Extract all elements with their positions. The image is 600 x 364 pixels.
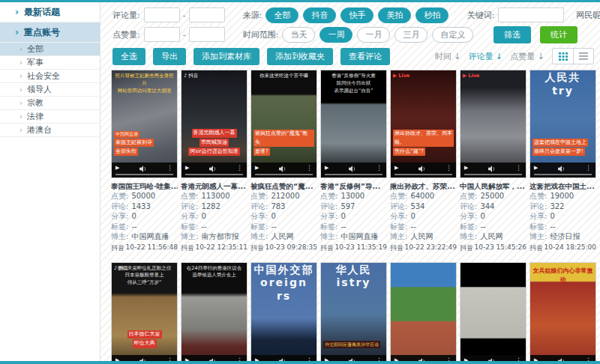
play-icon[interactable]: ▶ (394, 166, 398, 171)
sidebar-category[interactable]: › 社会安全 (0, 70, 100, 83)
video-thumbnail[interactable]: 人民共 try 这套把戏在中国土地上最终只会是黄粱一梦! ▶ ⋮ (530, 70, 596, 178)
blogger-label: 博主: (530, 231, 547, 242)
sidebar-category-label: 宗教 (27, 97, 44, 109)
video-title[interactable]: 这套把戏在中国土... (530, 182, 595, 192)
more-options-icon[interactable]: ⋮ (585, 165, 592, 172)
like-max-input[interactable] (189, 27, 225, 42)
grid-view-button[interactable] (553, 49, 573, 64)
time-range-pill[interactable]: 一周 (320, 27, 352, 43)
video-thumbnail[interactable]: 华人民 istry 外交部回应蓬佩奥涉华言论 ▶ ⋮ (320, 262, 387, 364)
time-range-pill[interactable]: 三月 (394, 27, 428, 43)
time-range-pill[interactable]: 自定义 (432, 27, 473, 43)
video-title[interactable]: 被疯狂点赞的“魔... (250, 182, 314, 192)
play-icon[interactable]: ▶ (464, 166, 468, 171)
tags-label: 标签: (530, 222, 547, 232)
like-min-input[interactable] (144, 27, 180, 42)
comment-min-input[interactable] (144, 7, 180, 22)
more-options-icon[interactable]: ⋮ (306, 165, 313, 172)
volume-icon[interactable] (140, 161, 147, 175)
toolbar-button[interactable]: 全选 (112, 48, 146, 65)
sidebar-category[interactable]: › 领导人 (0, 83, 100, 97)
video-thumbnail[interactable]: 你来这里吃这个苦干嘛 被疯狂点赞的“魔鬼”教头是谁? ▶ ⋮ (250, 70, 317, 178)
video-title[interactable]: 香港元朗感人一幕... (181, 182, 246, 192)
volume-icon[interactable] (209, 161, 217, 175)
publish-time: 10-22 23:22:49 (405, 243, 457, 253)
more-options-icon[interactable]: ⋮ (376, 165, 382, 172)
sidebar-category-label: 法律 (27, 111, 44, 122)
volume-icon[interactable] (279, 161, 286, 175)
source-pill[interactable]: 美拍 (378, 7, 411, 23)
video-title[interactable]: 泰国国王玛哈·哇集... (111, 182, 178, 192)
toolbar-button[interactable]: 查看评论 (340, 48, 390, 65)
filter-row-likes: 点赞量: - 时间范围: 当天 一周 一月 三月 自定义 筛选 统计 (112, 25, 596, 43)
video-thumbnail[interactable]: ▶ Live ▶ ⋮ (460, 70, 526, 178)
play-icon[interactable]: ▶ (325, 166, 328, 171)
source-pill[interactable]: 秒拍 (416, 7, 448, 23)
thumbnail-backdrop-text: 华人民 istry (321, 264, 386, 290)
more-options-icon[interactable]: ⋮ (166, 165, 173, 172)
more-options-icon[interactable]: ⋮ (236, 165, 243, 172)
list-view-button[interactable] (573, 49, 593, 64)
video-card: 照片疑被王妃删去画全身照片 网站曾因访问量过大崩溃 中国网直播泰国王妃被剥夺全部… (111, 70, 178, 253)
sidebar-category[interactable]: › 军事 (0, 56, 100, 70)
play-icon[interactable]: ▶ (116, 166, 119, 171)
more-options-icon[interactable]: ⋮ (515, 165, 522, 172)
likes-value: 19000 (550, 191, 574, 201)
video-thumbnail[interactable]: ▶ Live 揪出孙政才、苏荣、周本顺,凭什么“规”? ▶ ⋮ (390, 70, 457, 178)
video-title[interactable]: 中国人民解放军，... (460, 182, 525, 192)
keyword-label: 关键词: (466, 10, 494, 21)
chevron-right-icon: › (15, 7, 19, 17)
video-card: 你来这里吃这个苦干嘛 被疯狂点赞的“魔鬼”教头是谁? ▶ ⋮ 被疯狂点赞的“魔.… (250, 70, 317, 253)
time-range-pill[interactable]: 当天 (282, 27, 315, 43)
source-pill[interactable]: 抖音 (303, 7, 336, 23)
video-title[interactable]: 揪出孙政才、苏荣... (390, 182, 455, 192)
video-thumbnail[interactable]: 在24日举行的香港区议会 选举候选人简介会上 ▶ ⋮ (181, 262, 248, 364)
sidebar-category[interactable]: › 全部 (0, 43, 100, 56)
time-range-pill[interactable]: 一月 (357, 27, 390, 43)
more-options-icon[interactable]: ⋮ (446, 165, 452, 172)
keyword-input[interactable] (498, 7, 564, 22)
thumbnail-backdrop-text: 人民共 try (530, 71, 596, 97)
play-icon[interactable]: ▶ (185, 166, 189, 171)
sidebar-category[interactable]: › 港澳台 (0, 124, 100, 137)
sidebar-category[interactable]: › 法律 (0, 110, 100, 124)
sort-option[interactable]: 评论量 ↓ (469, 51, 503, 62)
sort-option[interactable]: 点赞量 ↓ (510, 51, 544, 62)
video-thumbnail[interactable]: 香港“反修例”导火索 陈同佳今日出狱 表示愿赴台“自首” ▶ ⋮ (320, 70, 387, 178)
publish-time: 10-22 12:35:11 (196, 243, 248, 253)
filter-button[interactable]: 筛选 (494, 26, 531, 43)
volume-icon[interactable] (418, 161, 426, 175)
comments-row: 评论:344 (460, 201, 526, 212)
play-icon[interactable]: ▶ (534, 166, 538, 171)
toolbar-button[interactable]: 添加到素材库 (194, 48, 260, 65)
video-thumbnail[interactable]: ▶ ⋮ (460, 262, 526, 364)
sidebar-item-latest-topics[interactable]: › 最新话题 (0, 2, 100, 22)
sidebar-category[interactable]: › 宗教 (0, 97, 100, 110)
comment-max-input[interactable] (189, 7, 225, 22)
volume-icon[interactable] (558, 161, 566, 175)
thumbnail-caption: 香港元朗感人一幕市民喊加油阿sir边行进边答知道 (184, 128, 244, 156)
shares-row: 分享:0 (111, 211, 178, 222)
video-title[interactable]: 香港“反修例”导... (320, 182, 380, 192)
sort-option[interactable]: 时间 ↓ (435, 51, 461, 62)
toolbar-button[interactable]: 导出 (153, 48, 186, 65)
publish-time: 10-24 18:25:00 (544, 243, 596, 253)
video-thumbnail[interactable]: ♪ 抖音 德仁天皇即位礼正殿之仪 日本皇极殿登基上 侍从三呼“万岁” 日本德仁天… (111, 262, 178, 364)
video-thumbnail[interactable]: 照片疑被王妃删去画全身照片 网站曾因访问量过大崩溃 中国网直播泰国王妃被剥夺全部… (111, 70, 178, 178)
video-thumbnail[interactable]: 中国外交部 oreign rs ▶ ⋮ (250, 262, 317, 364)
source-pill[interactable]: 快手 (340, 7, 374, 23)
toolbar-button[interactable]: 添加到收藏夹 (267, 48, 333, 65)
play-icon[interactable]: ▶ (255, 166, 259, 171)
video-thumbnail[interactable]: 女兵姑娘们内心非常激动 ▶ ⋮ (530, 262, 596, 364)
blogger-value: 南方都市报 (201, 231, 238, 242)
source-pill[interactable]: 全部 (266, 7, 298, 23)
volume-icon[interactable] (349, 161, 356, 175)
sidebar-item-key-accounts[interactable]: › 重点账号 (0, 22, 100, 43)
volume-icon[interactable] (488, 161, 496, 175)
likes-label: 点赞: (460, 191, 477, 201)
video-thumbnail[interactable]: ♪ 抖音 香港元朗感人一幕市民喊加油阿sir边行进边答知道 ▶ ⋮ (181, 70, 248, 178)
video-thumbnail[interactable]: ▶ ⋮ (390, 262, 457, 364)
statistics-button[interactable]: 统计 (540, 26, 578, 43)
comments-row: 评论:1433 (111, 201, 178, 212)
platform-logo-icon: ♪ 抖音 (114, 265, 128, 272)
